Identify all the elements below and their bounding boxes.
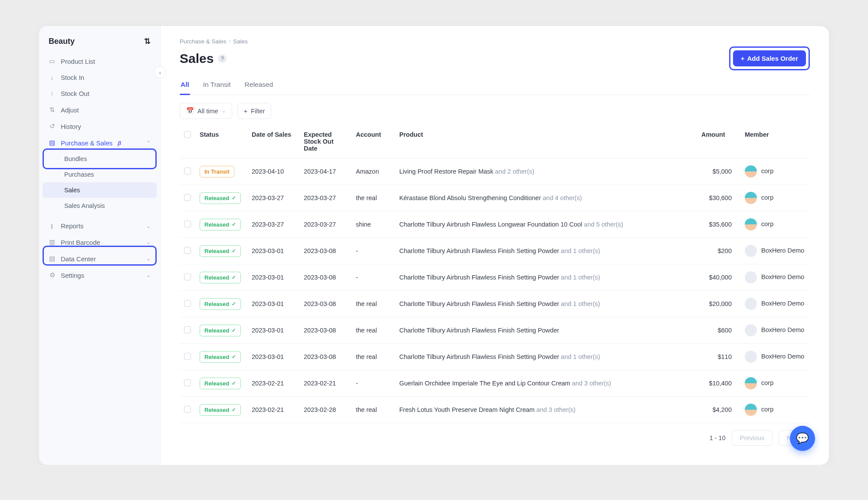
- status-badge: Released: [200, 325, 241, 336]
- date-of-sales: 2023-02-21: [247, 397, 299, 423]
- date-of-sales: 2023-03-01: [247, 291, 299, 317]
- avatar: [745, 165, 757, 178]
- table-row[interactable]: Released2023-03-012023-03-08-Charlotte T…: [180, 264, 810, 291]
- table-row[interactable]: Released2023-03-272023-03-27shineCharlot…: [180, 211, 810, 238]
- avatar: [745, 404, 757, 416]
- nav-data-center[interactable]: ▤Data Center⌄: [39, 250, 160, 267]
- add-sales-order-button[interactable]: + Add Sales Order: [733, 50, 806, 66]
- table-row[interactable]: Released2023-03-012023-03-08-Charlotte T…: [180, 238, 810, 264]
- avatar: [745, 298, 757, 310]
- select-all-checkbox[interactable]: [184, 131, 191, 138]
- avatar: [745, 271, 757, 283]
- member-cell: corp: [740, 370, 810, 397]
- col-status: Status: [195, 127, 247, 158]
- account-cell: the real: [352, 397, 395, 423]
- member-cell: corp: [740, 185, 810, 211]
- account-cell: -: [352, 370, 395, 397]
- chevron-down-icon: ⌄: [146, 223, 151, 229]
- nav-sales[interactable]: Sales: [43, 182, 157, 198]
- nav-adjust[interactable]: ⇅Adjust: [39, 102, 160, 118]
- breadcrumb-root[interactable]: Purchase & Sales: [180, 38, 226, 45]
- row-checkbox[interactable]: [184, 300, 191, 307]
- table-row[interactable]: Released2023-03-272023-03-27the realKéra…: [180, 185, 810, 211]
- table-row[interactable]: Released2023-03-012023-03-08the realChar…: [180, 344, 810, 370]
- table-row[interactable]: In Transit2023-04-102023-04-17AmazonLivi…: [180, 158, 810, 185]
- status-badge: Released: [200, 378, 241, 389]
- amount-cell: $10,400: [697, 370, 740, 397]
- sidebar: Beauty ⇅ ▭Product List ↓Stock In ↑Stock …: [39, 26, 161, 465]
- expected-date: 2023-03-08: [299, 291, 352, 317]
- account-cell: Amazon: [352, 158, 395, 185]
- account-cell: shine: [352, 211, 395, 238]
- nav-stock-out[interactable]: ↑Stock Out: [39, 86, 160, 102]
- row-checkbox[interactable]: [184, 406, 191, 413]
- amount-cell: $5,000: [697, 158, 740, 185]
- row-checkbox[interactable]: [184, 247, 191, 254]
- add-filter-button[interactable]: + Filter: [237, 103, 272, 119]
- nav-stock-in[interactable]: ↓Stock In: [39, 69, 160, 86]
- breadcrumb-current: Sales: [233, 38, 248, 45]
- nav-history[interactable]: ↺History: [39, 118, 160, 135]
- purchase-icon: ▤: [49, 139, 56, 147]
- nav-sales-analysis[interactable]: Sales Analysis: [39, 198, 160, 214]
- col-date: Date of Sales: [247, 127, 299, 158]
- nav-product-list[interactable]: ▭Product List: [39, 53, 160, 69]
- nav-list: ▭Product List ↓Stock In ↑Stock Out ⇅Adju…: [39, 53, 160, 283]
- expected-date: 2023-03-08: [299, 238, 352, 264]
- data-center-icon: ▤: [49, 255, 56, 263]
- page-title: Sales ?: [180, 51, 227, 66]
- chat-fab[interactable]: 💬: [790, 426, 815, 451]
- row-checkbox[interactable]: [184, 194, 191, 201]
- table-row[interactable]: Released2023-02-212023-02-28the realFres…: [180, 397, 810, 423]
- tab-released[interactable]: Released: [244, 76, 274, 95]
- col-expected: Expected Stock Out Date: [299, 127, 352, 158]
- tabs: All In Transit Released: [180, 76, 810, 95]
- amount-cell: $110: [697, 344, 740, 370]
- time-range-select[interactable]: 📅 All time ⌄: [180, 103, 232, 119]
- avatar: [745, 377, 757, 389]
- tab-in-transit[interactable]: In Transit: [202, 76, 232, 95]
- calendar-icon: 📅: [186, 107, 194, 115]
- box-icon: ▭: [49, 57, 56, 65]
- adjust-icon: ⇅: [49, 106, 56, 114]
- tab-all[interactable]: All: [180, 76, 190, 95]
- up-arrow-icon: ↑: [49, 90, 56, 97]
- table-row[interactable]: Released2023-03-012023-03-08the realChar…: [180, 291, 810, 317]
- avatar: [745, 192, 757, 204]
- product-cell: Charlotte Tilbury Airbrush Flawless Fini…: [395, 238, 697, 264]
- nav-print-barcode[interactable]: ▥Print Barcode⌄: [39, 234, 160, 250]
- member-cell: corp: [740, 158, 810, 185]
- product-cell: Guerlain Orchidee Imperiale The Eye and …: [395, 370, 697, 397]
- row-checkbox[interactable]: [184, 353, 191, 360]
- prev-page-button[interactable]: Previous: [732, 430, 773, 446]
- product-cell: Charlotte Tilbury Airbrush Flawless Fini…: [395, 264, 697, 291]
- chevron-left-icon: ‹: [159, 69, 161, 76]
- date-of-sales: 2023-03-27: [247, 185, 299, 211]
- avatar: [745, 351, 757, 363]
- avatar: [745, 218, 757, 230]
- table-row[interactable]: Released2023-02-212023-02-21-Guerlain Or…: [180, 370, 810, 397]
- nav-bundles[interactable]: Bundles: [39, 151, 160, 167]
- row-checkbox[interactable]: [184, 220, 191, 227]
- reports-icon: ⫿: [49, 222, 56, 230]
- collapse-sidebar-button[interactable]: ‹: [154, 66, 166, 79]
- team-selector[interactable]: Beauty ⇅: [39, 36, 160, 53]
- team-name: Beauty: [49, 37, 75, 46]
- date-of-sales: 2023-03-27: [247, 211, 299, 238]
- nav-settings[interactable]: ⚙Settings⌄: [39, 267, 160, 283]
- nav-purchase-sales[interactable]: ▤Purchase & Salesβ⌃: [39, 135, 160, 151]
- expected-date: 2023-03-08: [299, 344, 352, 370]
- row-checkbox[interactable]: [184, 326, 191, 333]
- nav-reports[interactable]: ⫿Reports⌄: [39, 218, 160, 234]
- nav-purchases[interactable]: Purchases: [39, 167, 160, 182]
- history-icon: ↺: [49, 122, 56, 130]
- row-checkbox[interactable]: [184, 273, 191, 280]
- member-cell: BoxHero Demo: [740, 238, 810, 264]
- member-cell: BoxHero Demo: [740, 344, 810, 370]
- help-icon[interactable]: ?: [218, 54, 227, 63]
- row-checkbox[interactable]: [184, 379, 191, 386]
- product-cell: Charlotte Tilbury Airbrush Flawless Fini…: [395, 317, 697, 344]
- table-row[interactable]: Released2023-03-012023-03-08the realChar…: [180, 317, 810, 344]
- status-badge: Released: [200, 351, 241, 363]
- row-checkbox[interactable]: [184, 168, 191, 174]
